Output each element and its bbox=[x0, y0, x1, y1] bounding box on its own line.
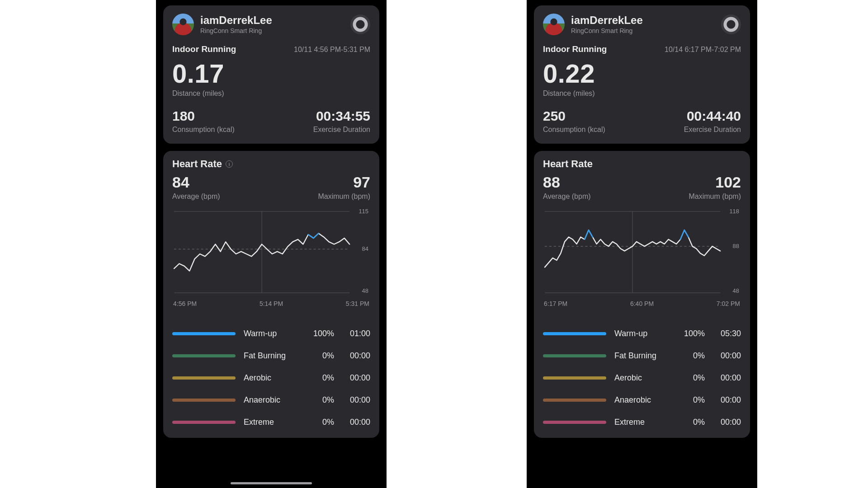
user-name-block: iamDerrekLee RingConn Smart Ring bbox=[200, 14, 272, 34]
home-indicator[interactable] bbox=[231, 482, 312, 484]
consumption-label: Consumption (kcal) bbox=[172, 126, 235, 134]
hr-x-axis: 6:17 PM 6:40 PM 7:02 PM bbox=[543, 300, 741, 307]
zone-name: Warm-up bbox=[244, 329, 301, 338]
zone-name: Fat Burning bbox=[614, 351, 671, 361]
hr-chart[interactable]: 1188848 bbox=[543, 207, 741, 297]
stats-row: 250 Consumption (kcal) 00:44:40 Exercise… bbox=[543, 109, 741, 134]
hr-x-axis: 4:56 PM 5:14 PM 5:31 PM bbox=[172, 300, 370, 307]
zone-name: Fat Burning bbox=[244, 351, 301, 361]
x-tick: 5:14 PM bbox=[259, 300, 283, 307]
zone-time: 01:00 bbox=[342, 329, 370, 338]
svg-text:88: 88 bbox=[733, 243, 739, 249]
zone-name: Extreme bbox=[244, 418, 301, 427]
hr-max-block: 102 Maximum (bpm) bbox=[689, 174, 741, 201]
zone-name: Aerobic bbox=[614, 373, 671, 383]
zone-name: Extreme bbox=[614, 418, 671, 427]
zone-row: Aerobic0%00:00 bbox=[543, 367, 741, 389]
user-name: iamDerrekLee bbox=[571, 14, 643, 26]
hr-chart-wrap: 1188848 6:17 PM 6:40 PM 7:02 PM bbox=[543, 207, 741, 307]
zone-bar bbox=[172, 399, 236, 402]
heart-rate-card: Heart Rate 88 Average (bpm) 102 Maximum … bbox=[534, 151, 750, 438]
svg-text:118: 118 bbox=[729, 208, 739, 215]
zone-name: Anaerobic bbox=[614, 395, 671, 405]
svg-text:48: 48 bbox=[362, 287, 368, 294]
zone-bar bbox=[172, 354, 236, 357]
duration-label: Exercise Duration bbox=[684, 126, 741, 134]
summary-card: iamDerrekLee RingConn Smart Ring Indoor … bbox=[534, 5, 750, 144]
zone-pct: 0% bbox=[679, 373, 705, 383]
hr-avg-block: 88 Average (bpm) bbox=[543, 174, 591, 201]
x-tick: 7:02 PM bbox=[717, 300, 740, 307]
zone-bar bbox=[172, 332, 236, 335]
duration-stat: 00:34:55 Exercise Duration bbox=[313, 109, 370, 134]
zone-time: 00:00 bbox=[713, 418, 741, 427]
ring-icon[interactable] bbox=[721, 14, 741, 34]
consumption-label: Consumption (kcal) bbox=[543, 126, 605, 134]
distance-label: Distance (miles) bbox=[543, 89, 741, 98]
user-name-block: iamDerrekLee RingConn Smart Ring bbox=[571, 14, 643, 34]
heart-rate-card: Heart Rate i 84 Average (bpm) 97 Maximum… bbox=[163, 151, 379, 438]
consumption-value: 250 bbox=[543, 109, 605, 123]
zone-row: Fat Burning0%00:00 bbox=[172, 345, 370, 367]
stats-row: 180 Consumption (kcal) 00:34:55 Exercise… bbox=[172, 109, 370, 134]
consumption-stat: 250 Consumption (kcal) bbox=[543, 109, 605, 134]
device-name: RingConn Smart Ring bbox=[200, 27, 272, 34]
duration-stat: 00:44:40 Exercise Duration bbox=[684, 109, 741, 134]
hr-avg-value: 84 bbox=[172, 174, 220, 190]
hr-chart-wrap: 1158448 4:56 PM 5:14 PM 5:31 PM bbox=[172, 207, 370, 307]
user-header: iamDerrekLee RingConn Smart Ring bbox=[172, 14, 370, 35]
hr-zones: Warm-up100%05:30Fat Burning0%00:00Aerobi… bbox=[543, 323, 741, 433]
zone-name: Warm-up bbox=[614, 329, 671, 338]
distance-value: 0.22 bbox=[543, 61, 741, 87]
zone-pct: 0% bbox=[679, 351, 705, 361]
zone-time: 00:00 bbox=[342, 373, 370, 383]
phone-screen-right: iamDerrekLee RingConn Smart Ring Indoor … bbox=[527, 0, 757, 488]
zone-bar bbox=[543, 376, 606, 380]
page-stage: iamDerrekLee RingConn Smart Ring Indoor … bbox=[0, 0, 868, 488]
x-tick: 6:40 PM bbox=[630, 300, 654, 307]
zone-pct: 100% bbox=[309, 329, 334, 338]
activity-type: Indoor Running bbox=[543, 44, 607, 54]
zone-name: Aerobic bbox=[244, 373, 301, 383]
zone-pct: 0% bbox=[309, 418, 334, 427]
zone-time: 00:00 bbox=[713, 395, 741, 405]
info-icon[interactable]: i bbox=[226, 160, 233, 168]
phone-screen-left: iamDerrekLee RingConn Smart Ring Indoor … bbox=[156, 0, 387, 488]
avatar[interactable] bbox=[172, 14, 194, 35]
svg-text:48: 48 bbox=[733, 287, 739, 294]
zone-row: Anaerobic0%00:00 bbox=[543, 389, 741, 411]
zone-time: 00:00 bbox=[713, 373, 741, 383]
consumption-stat: 180 Consumption (kcal) bbox=[172, 109, 235, 134]
hr-chart[interactable]: 1158448 bbox=[172, 207, 370, 297]
device-name: RingConn Smart Ring bbox=[571, 27, 643, 34]
avatar[interactable] bbox=[543, 14, 565, 35]
heart-rate-values: 84 Average (bpm) 97 Maximum (bpm) bbox=[172, 174, 370, 201]
zone-row: Extreme0%00:00 bbox=[172, 411, 370, 433]
activity-row: Indoor Running 10/11 4:56 PM-5:31 PM bbox=[172, 44, 370, 54]
zone-pct: 100% bbox=[679, 329, 705, 338]
zone-row: Extreme0%00:00 bbox=[543, 411, 741, 433]
hr-avg-block: 84 Average (bpm) bbox=[172, 174, 220, 201]
zone-row: Warm-up100%01:00 bbox=[172, 323, 370, 345]
activity-timestamp: 10/14 6:17 PM-7:02 PM bbox=[665, 46, 741, 54]
zone-time: 00:00 bbox=[342, 351, 370, 361]
heart-rate-title: Heart Rate bbox=[172, 158, 222, 170]
x-tick: 5:31 PM bbox=[346, 300, 369, 307]
duration-value: 00:34:55 bbox=[313, 109, 370, 123]
zone-name: Anaerobic bbox=[244, 395, 301, 405]
hr-max-value: 102 bbox=[689, 174, 741, 190]
ring-icon[interactable] bbox=[350, 14, 370, 34]
zone-row: Fat Burning0%00:00 bbox=[543, 345, 741, 367]
activity-row: Indoor Running 10/14 6:17 PM-7:02 PM bbox=[543, 44, 741, 54]
zone-pct: 0% bbox=[679, 395, 705, 405]
svg-text:84: 84 bbox=[362, 245, 368, 252]
hr-max-label: Maximum (bpm) bbox=[318, 192, 370, 201]
duration-label: Exercise Duration bbox=[313, 126, 370, 134]
zone-bar bbox=[543, 399, 606, 402]
zone-bar bbox=[172, 376, 236, 380]
zone-time: 00:00 bbox=[342, 395, 370, 405]
hr-zones: Warm-up100%01:00Fat Burning0%00:00Aerobi… bbox=[172, 323, 370, 433]
distance-value: 0.17 bbox=[172, 61, 370, 87]
hr-max-block: 97 Maximum (bpm) bbox=[318, 174, 370, 201]
heart-rate-values: 88 Average (bpm) 102 Maximum (bpm) bbox=[543, 174, 741, 201]
